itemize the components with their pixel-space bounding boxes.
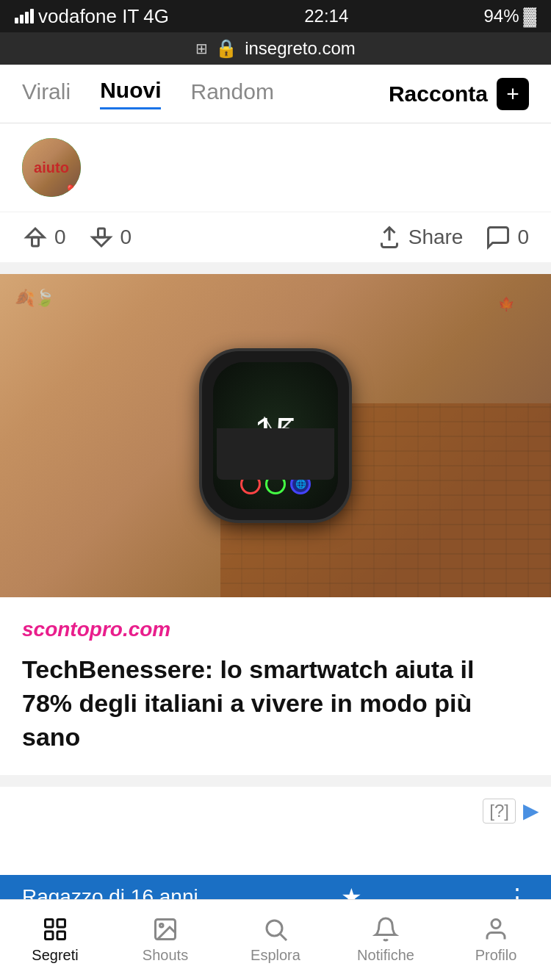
upvote-button[interactable]: 0 (22, 224, 66, 251)
card-1: aiuto ❤️ 0 0 Share (0, 123, 551, 262)
comment-icon (485, 224, 511, 251)
status-bar: vodafone IT 4G 22:14 94% ▓ (0, 0, 551, 32)
battery-label: 94% (483, 6, 519, 26)
reader-icon: ⊞ (195, 40, 208, 57)
nav-item-segreti[interactable]: Segreti (0, 916, 110, 964)
share-button[interactable]: Share (376, 224, 464, 251)
nav-item-shouts[interactable]: Shouts (110, 916, 220, 964)
article-image: 🍂🍃 🍁 15 (0, 274, 551, 597)
bottom-nav: Segreti Shouts Esplora Notifiche Profilo (0, 899, 551, 980)
svg-point-11 (267, 920, 282, 936)
svg-point-10 (160, 924, 164, 928)
status-right: 94% ▓ (483, 6, 536, 26)
time-label: 22:14 (304, 6, 348, 26)
share-label: Share (408, 226, 464, 249)
svg-rect-0 (32, 237, 39, 246)
downvote-icon (88, 224, 115, 251)
nav-label-shouts: Shouts (143, 947, 188, 964)
user-icon (483, 916, 509, 943)
comment-button[interactable]: 0 (485, 224, 529, 251)
nav-item-profilo[interactable]: Profilo (441, 916, 551, 964)
racconta-button[interactable]: Racconta (389, 82, 488, 107)
battery-icon: ▓ (523, 6, 536, 26)
article-source: scontopro.com (22, 618, 529, 641)
card-1-header: aiuto ❤️ (0, 123, 551, 212)
comment-count: 0 (517, 226, 529, 249)
watch-strap-bottom (217, 428, 334, 480)
nav-item-esplora[interactable]: Esplora (220, 916, 331, 964)
svg-rect-7 (46, 932, 54, 940)
avatar-label: aiuto (34, 159, 69, 176)
bell-icon (372, 916, 399, 943)
image-icon (152, 916, 179, 943)
heart-icon: ❤️ (67, 184, 79, 195)
url-text[interactable]: insegreto.com (245, 38, 356, 59)
avatar[interactable]: aiuto ❤️ (22, 138, 81, 197)
signal-icon (15, 9, 34, 24)
status-center: 22:14 (304, 6, 348, 26)
downvote-count: 0 (120, 226, 132, 249)
svg-rect-8 (57, 932, 65, 940)
address-bar[interactable]: ⊞ 🔒 insegreto.com (0, 32, 551, 65)
leaf-decor-2: 🍁 (498, 296, 514, 312)
leaf-decor: 🍂🍃 (15, 289, 54, 308)
svg-rect-1 (98, 228, 104, 237)
ad-question-mark: [?] (483, 799, 516, 824)
search-icon (262, 916, 289, 943)
article-card[interactable]: 🍂🍃 🍁 15 (0, 274, 551, 775)
share-icon (376, 224, 403, 251)
plus-button[interactable]: + (497, 78, 529, 110)
ad-play-icon[interactable]: ▶ (523, 799, 539, 823)
tab-nuovi[interactable]: Nuovi (100, 78, 161, 109)
network-label: 4G (143, 5, 169, 28)
upvote-count: 0 (54, 226, 66, 249)
article-title: TechBenessere: lo smartwatch aiuta il 78… (22, 653, 529, 754)
svg-rect-6 (57, 920, 65, 928)
downvote-button[interactable]: 0 (88, 224, 132, 251)
svg-point-13 (491, 920, 500, 929)
svg-line-12 (281, 934, 287, 940)
nav-label-esplora: Esplora (251, 947, 300, 964)
nav-item-notifiche[interactable]: Notifiche (331, 916, 441, 964)
tab-random[interactable]: Random (190, 79, 273, 109)
grid-icon (42, 916, 68, 943)
status-left: vodafone IT 4G (15, 5, 169, 28)
nav-tabs: Virali Nuovi Random Racconta + (0, 65, 551, 123)
nav-label-profilo: Profilo (475, 947, 517, 964)
carrier-label: vodafone IT (38, 5, 139, 28)
tab-virali[interactable]: Virali (22, 79, 71, 109)
article-content: scontopro.com TechBenessere: lo smartwat… (0, 597, 551, 775)
nav-label-segreti: Segreti (32, 947, 78, 964)
lock-icon: 🔒 (215, 38, 237, 59)
card-1-actions: 0 0 Share 0 (0, 212, 551, 262)
upvote-icon (22, 224, 48, 251)
svg-rect-5 (46, 920, 54, 928)
nav-label-notifiche: Notifiche (357, 947, 414, 964)
ad-tag: [?] ▶ (483, 799, 539, 824)
